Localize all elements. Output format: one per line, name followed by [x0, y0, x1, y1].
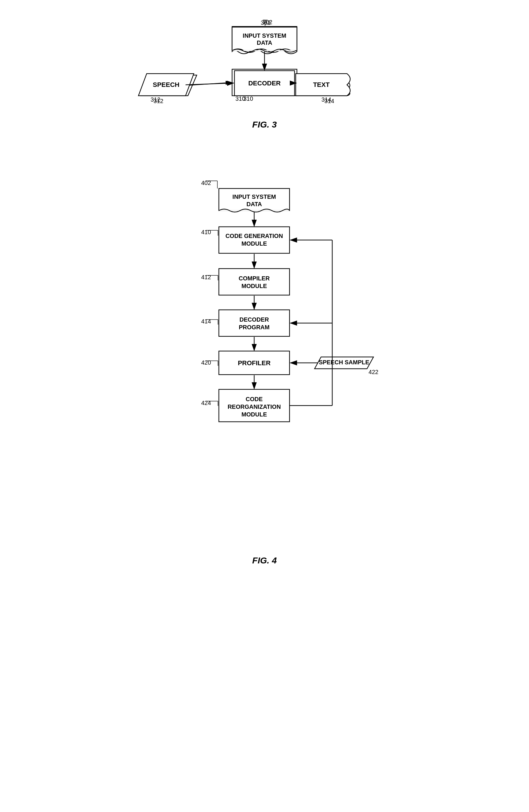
svg-text:DECODER: DECODER [248, 79, 281, 87]
svg-text:420: 420 [201, 359, 211, 366]
svg-text:CODE GENERATION: CODE GENERATION [225, 233, 283, 239]
fig3-caption: FIG. 3 [132, 119, 397, 130]
svg-text:310: 310 [243, 96, 253, 102]
svg-text:DATA: DATA [246, 201, 262, 207]
fig3-container: INPUT SYSTEM DATA 302 DECODER 310 SPEECH… [132, 18, 397, 130]
svg-text:INPUT SYSTEM: INPUT SYSTEM [243, 32, 286, 39]
page-container: INPUT SYSTEM DATA 302 DECODER 310 SPEECH… [0, 0, 529, 812]
fig4-caption: FIG. 4 [132, 555, 397, 565]
svg-rect-26 [232, 27, 297, 50]
svg-text:SPEECH SAMPLE: SPEECH SAMPLE [319, 359, 369, 365]
svg-text:PROGRAM: PROGRAM [239, 324, 270, 331]
svg-text:MODULE: MODULE [242, 283, 267, 289]
svg-line-37 [186, 83, 233, 85]
svg-text:424: 424 [201, 400, 211, 406]
svg-text:SPEECH: SPEECH [153, 81, 180, 88]
svg-text:DATA: DATA [257, 40, 272, 46]
svg-text:314: 314 [321, 96, 331, 103]
svg-text:DECODER: DECODER [240, 316, 269, 323]
svg-text:COMPILER: COMPILER [239, 275, 270, 281]
svg-text:412: 412 [201, 274, 211, 280]
svg-text:PROFILER: PROFILER [238, 359, 270, 367]
svg-text:302: 302 [261, 19, 270, 26]
svg-text:414: 414 [201, 318, 211, 324]
svg-text:MODULE: MODULE [242, 240, 267, 247]
fig4-container: 402 INPUT SYSTEM DATA 410 CODE GENERATIO… [132, 177, 397, 565]
svg-text:312: 312 [151, 96, 160, 103]
svg-rect-61 [219, 269, 289, 295]
svg-rect-54 [219, 227, 289, 253]
svg-text:MODULE: MODULE [242, 411, 267, 418]
svg-text:INPUT SYSTEM: INPUT SYSTEM [232, 193, 276, 200]
svg-text:CODE: CODE [246, 396, 263, 402]
svg-text:TEXT: TEXT [313, 81, 330, 88]
svg-text:422: 422 [369, 369, 378, 375]
svg-text:410: 410 [201, 229, 211, 235]
svg-rect-68 [219, 310, 289, 336]
svg-text:REORGANIZATION: REORGANIZATION [228, 404, 281, 410]
